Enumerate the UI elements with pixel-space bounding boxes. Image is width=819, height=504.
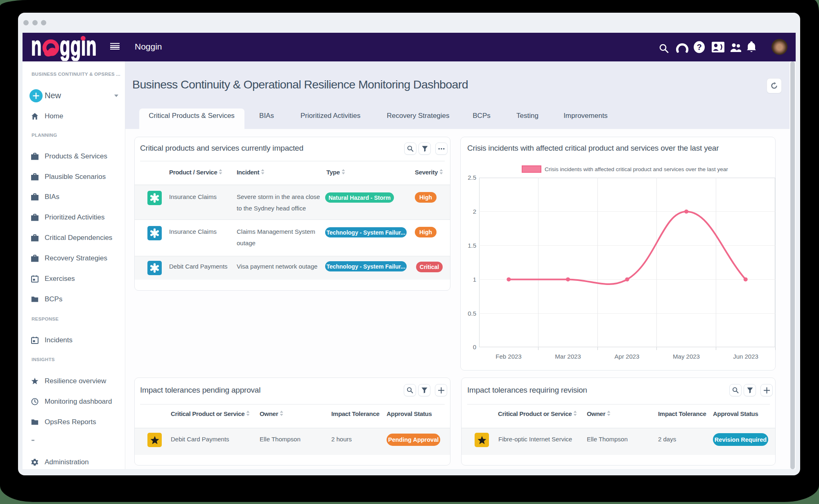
svg-text:n: n [31,33,41,61]
svg-text:ggin: ggin [60,33,97,61]
svg-text:?: ? [697,43,701,52]
